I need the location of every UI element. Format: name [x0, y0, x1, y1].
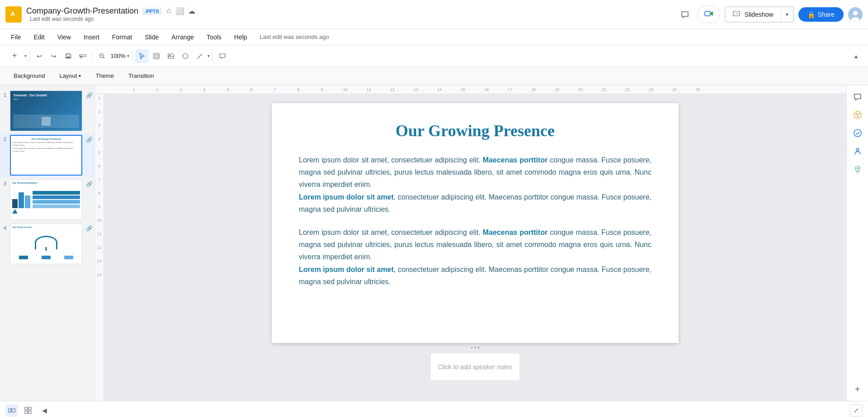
- bottom-bar: ◀ ⤢: [0, 401, 868, 419]
- cloud-icon[interactable]: ☁: [188, 7, 195, 15]
- ruler-v-9: 9: [98, 205, 100, 218]
- slide-number-1: 1: [4, 92, 6, 98]
- slide-link-icon-3: 🔗: [86, 181, 93, 187]
- ruler-v-1: 1: [98, 96, 100, 110]
- select-tool-button[interactable]: [135, 49, 149, 63]
- svg-rect-11: [155, 55, 158, 57]
- horizontal-ruler: 1 2 3 4 5 6 7 8 9 10 11 12 13 14 15 16 1…: [95, 85, 846, 94]
- right-panel: +: [846, 85, 868, 401]
- last-edit-menu: Last edit was seconds ago: [260, 33, 329, 40]
- slideshow-button[interactable]: Slideshow: [725, 7, 781, 22]
- meet-button[interactable]: [698, 5, 720, 23]
- add-button[interactable]: +: [5, 49, 24, 63]
- slide-title: Our Growing Presence: [299, 121, 651, 140]
- menu-file[interactable]: File: [5, 32, 27, 43]
- menu-edit[interactable]: Edit: [28, 32, 50, 43]
- filmstrip-view-button[interactable]: [5, 404, 18, 417]
- toolbar-separator-4: [212, 51, 213, 62]
- star-icon[interactable]: ☆: [165, 7, 172, 15]
- redo-button[interactable]: ↪: [47, 49, 61, 63]
- svg-rect-21: [9, 409, 11, 412]
- toolbar-separator-3: [132, 51, 132, 62]
- format-toolbar: Background Layout ▾ Theme Transition: [0, 67, 868, 85]
- slide-item-3[interactable]: 3 Our Growing Initiatives: [0, 177, 94, 222]
- last-edit-status: Last edit was seconds ago: [30, 16, 195, 22]
- shape-tool-button[interactable]: [179, 49, 192, 63]
- zoom-dropdown-icon[interactable]: ▾: [127, 53, 129, 58]
- menu-tools[interactable]: Tools: [201, 32, 227, 43]
- svg-rect-23: [25, 407, 28, 410]
- image-tool-button[interactable]: [164, 49, 178, 63]
- undo-button[interactable]: ↩: [33, 49, 46, 63]
- zoom-control: 100% ▾: [95, 49, 129, 63]
- svg-point-16: [855, 114, 857, 115]
- para-1-line-1: Lorem ipsum dolor sit amet, consectetuer…: [299, 154, 651, 191]
- ruler-v-3: 3: [98, 123, 100, 137]
- collapse-toolbar-button[interactable]: ▴: [849, 49, 863, 63]
- add-dropdown-icon[interactable]: ▾: [24, 53, 27, 58]
- background-button[interactable]: Background: [7, 70, 51, 82]
- svg-point-17: [858, 114, 859, 115]
- panel-toggle-button[interactable]: ◀: [38, 404, 51, 417]
- lock-icon: 🔒: [807, 11, 815, 18]
- folder-icon[interactable]: ⬜: [175, 7, 184, 15]
- slides-panel: 1 Townhall : Our Growth Story 🔗 2 Our Gr…: [0, 85, 95, 401]
- grid-view-button[interactable]: [22, 404, 34, 417]
- svg-rect-1: [705, 11, 710, 16]
- layout-button[interactable]: Layout ▾: [53, 70, 87, 82]
- check-panel-button[interactable]: [849, 125, 866, 141]
- menu-view[interactable]: View: [52, 32, 76, 43]
- user-avatar[interactable]: [848, 7, 863, 22]
- slide-canvas[interactable]: Our Growing Presence Lorem ipsum dolor s…: [272, 103, 679, 343]
- doc-title[interactable]: Company-Growth-Presentation: [26, 6, 138, 16]
- transition-button[interactable]: Transition: [122, 70, 160, 82]
- theme-button[interactable]: Theme: [89, 70, 120, 82]
- para-2-line-2: Lorem ipsum dolor sit amet, consectetuer…: [299, 263, 651, 288]
- chat-panel-button[interactable]: [849, 89, 866, 105]
- share-button[interactable]: 🔒 Share: [798, 7, 844, 22]
- svg-point-20: [856, 148, 859, 151]
- slide-item-1[interactable]: 1 Townhall : Our Growth Story 🔗: [0, 89, 94, 133]
- notes-placeholder: Click to add speaker notes: [438, 363, 513, 371]
- bottom-left: ◀: [5, 404, 51, 417]
- paragraph-block-1: Lorem ipsum dolor sit amet, consectetuer…: [299, 154, 651, 215]
- paint-format-button[interactable]: [76, 49, 90, 63]
- menu-arrange[interactable]: Arrange: [166, 32, 199, 43]
- person-panel-button[interactable]: [849, 143, 866, 159]
- app-logo[interactable]: [5, 6, 22, 23]
- svg-rect-22: [12, 409, 15, 412]
- comment-tool-button[interactable]: [216, 49, 229, 63]
- layout-dropdown-icon[interactable]: ▾: [79, 73, 81, 78]
- ruler-v-14: 14: [97, 272, 101, 286]
- menu-insert[interactable]: Insert: [78, 32, 105, 43]
- notes-resize-handle[interactable]: • • •: [471, 343, 479, 353]
- line-tool-button[interactable]: [193, 49, 207, 63]
- slideshow-label: Slideshow: [745, 11, 774, 18]
- comment-button[interactable]: [677, 6, 693, 23]
- add-panel-button[interactable]: +: [849, 381, 866, 397]
- expand-button[interactable]: ⤢: [850, 404, 863, 417]
- frame-tool-button[interactable]: [150, 49, 163, 63]
- palette-panel-button[interactable]: [849, 107, 866, 123]
- ruler-v-4: 4: [98, 137, 100, 150]
- map-pin-panel-button[interactable]: [849, 161, 866, 177]
- menu-help[interactable]: Help: [229, 32, 253, 43]
- ruler-v-8: 8: [98, 191, 100, 205]
- canvas-area[interactable]: Our Growing Presence Lorem ipsum dolor s…: [104, 94, 846, 401]
- slide-thumbnail-1: Townhall : Our Growth Story: [10, 90, 82, 131]
- ruler-v-2: 2: [98, 110, 100, 123]
- doc-title-area: Company-Growth-Presentation .PPTX ☆ ⬜ ☁ …: [26, 6, 195, 22]
- slide-item-4[interactable]: 4 Our Focus on You: [0, 222, 94, 266]
- paragraph-block-2: Lorem ipsum dolor sit amet, consectetuer…: [299, 226, 651, 288]
- slide-item-2[interactable]: 2 Our Growing Presence Lorem ipsum dolor…: [0, 133, 94, 177]
- slide-number-4: 4: [4, 225, 6, 231]
- ruler-v-10: 10: [97, 218, 101, 232]
- menu-slide[interactable]: Slide: [139, 32, 164, 43]
- line-dropdown-icon[interactable]: ▾: [208, 53, 210, 58]
- slideshow-dropdown-button[interactable]: ▾: [781, 7, 793, 22]
- zoom-value: 100%: [110, 52, 126, 59]
- menu-format[interactable]: Format: [107, 32, 137, 43]
- notes-area[interactable]: Click to add speaker notes: [431, 353, 520, 380]
- zoom-out-button[interactable]: [95, 49, 109, 63]
- print-button[interactable]: [61, 49, 75, 63]
